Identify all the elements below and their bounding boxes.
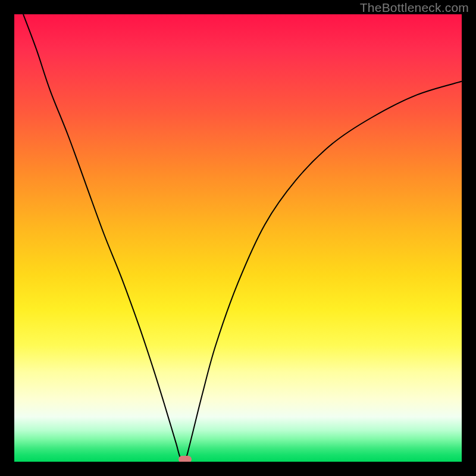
min-point-marker [178, 456, 192, 462]
chart-area [14, 14, 462, 462]
bottleneck-curve [14, 14, 462, 462]
watermark-label: TheBottleneck.com [360, 1, 469, 15]
